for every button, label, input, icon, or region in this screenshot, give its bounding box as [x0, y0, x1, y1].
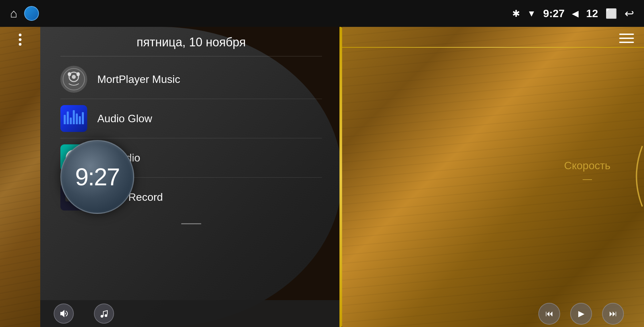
rewind-icon: ⏮	[545, 309, 553, 318]
clock-display: 9:27	[75, 163, 119, 191]
center-panel: 9:27 пятница, 10 ноября	[40, 27, 342, 327]
bottom-controls-right: ⏮ ▶ ⏭	[342, 300, 644, 327]
volume-level: 12	[586, 7, 598, 20]
svg-point-14	[101, 315, 103, 318]
app-name-audioglow: Audio Glow	[97, 112, 152, 125]
svg-point-2	[72, 75, 76, 79]
bluetooth-icon: ✱	[512, 8, 520, 19]
gold-curve-border	[339, 27, 342, 327]
audioglow-icon	[60, 105, 87, 132]
speed-text-label: Скорость	[564, 159, 610, 172]
scroll-indicator	[40, 220, 342, 228]
fastforward-button[interactable]: ⏭	[602, 303, 624, 325]
status-bar-left: ⌂	[10, 6, 39, 21]
speed-arc	[624, 143, 644, 211]
speed-value: —	[564, 174, 610, 184]
menu-dots[interactable]	[19, 34, 21, 46]
main-content: 9:27 пятница, 10 ноября	[0, 27, 644, 327]
status-bar: ⌂ ✱ ▼ 9:27 ◀ 12 ⬜ ↩	[0, 0, 644, 27]
volume-button[interactable]	[54, 303, 74, 324]
play-button[interactable]: ▶	[570, 303, 592, 325]
fastforward-icon: ⏭	[609, 309, 617, 318]
back-icon[interactable]: ↩	[625, 7, 634, 20]
home-icon[interactable]: ⌂	[10, 6, 17, 20]
list-item[interactable]: MortPlayer Music	[60, 60, 322, 99]
app-name-mortplayer: MortPlayer Music	[97, 73, 180, 86]
list-item[interactable]: Audio Glow	[60, 99, 322, 138]
rewind-button[interactable]: ⏮	[538, 303, 560, 325]
svg-point-4	[76, 72, 80, 76]
bottom-controls-left	[40, 300, 342, 327]
app-circle-icon[interactable]	[24, 6, 39, 21]
left-panel	[0, 27, 40, 327]
clock-widget: 9:27	[60, 140, 134, 214]
mortplayer-icon	[60, 66, 87, 93]
screen-icon: ⬜	[605, 8, 617, 19]
right-panel: Скорость — ⏮ ▶ ⏭	[342, 27, 644, 327]
svg-point-15	[105, 314, 107, 317]
status-time: 9:27	[543, 7, 565, 20]
hamburger-menu[interactable]	[619, 34, 634, 43]
wifi-icon: ▼	[527, 8, 536, 19]
status-bar-right: ✱ ▼ 9:27 ◀ 12 ⬜ ↩	[512, 7, 634, 20]
svg-point-3	[68, 72, 71, 76]
speed-display: Скорость —	[564, 159, 610, 184]
music-button[interactable]	[94, 303, 114, 324]
play-icon: ▶	[578, 309, 584, 318]
date-display: пятница, 10 ноября	[60, 27, 322, 56]
volume-icon: ◀	[572, 8, 579, 19]
gold-line	[342, 47, 644, 48]
